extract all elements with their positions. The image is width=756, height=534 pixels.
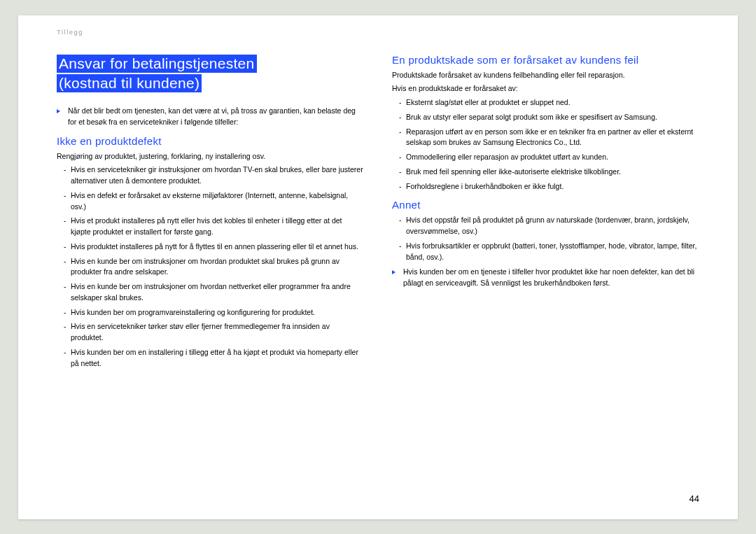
page-number: 44 bbox=[690, 493, 699, 504]
breadcrumb: Tillegg bbox=[57, 28, 83, 36]
list-item: Hvis en defekt er forårsaket av eksterne… bbox=[64, 190, 364, 213]
list-item: Ommodellering eller reparasjon av produk… bbox=[399, 152, 699, 163]
sub-intro-fault-2: Hvis en produktskade er forårsaket av: bbox=[392, 83, 699, 94]
document-page: Tillegg Ansvar for betalingstjenesten (k… bbox=[18, 15, 738, 519]
main-title: Ansvar for betalingstjenesten (kostnad t… bbox=[57, 54, 364, 94]
list-item: Hvis kunden ber om programvareinstalleri… bbox=[64, 307, 364, 318]
list-other: Hvis det oppstår feil på produktet på gr… bbox=[392, 215, 699, 262]
sub-heading-customer-fault: En produktskade som er forårsaket av kun… bbox=[392, 54, 699, 66]
list-item: Hvis forbruksartikler er oppbrukt (batte… bbox=[399, 241, 699, 263]
list-item: Hvis en servicetekniker gir instruksjone… bbox=[64, 164, 364, 187]
closing-note: Hvis kunden ber om en tjeneste i tilfell… bbox=[392, 267, 699, 289]
list-not-defect: Hvis en servicetekniker gir instruksjone… bbox=[57, 164, 364, 369]
list-item: Hvis produktet installeres på nytt for å… bbox=[64, 241, 364, 253]
list-item: Reparasjon utført av en person som ikke … bbox=[399, 127, 699, 149]
list-item: Hvis en kunde ber om instruksjoner om hv… bbox=[64, 256, 364, 279]
list-item: Hvis det oppstår feil på produktet på gr… bbox=[399, 215, 699, 237]
list-item: Forholdsreglene i brukerhåndboken er ikk… bbox=[399, 181, 699, 192]
list-item: Bruk av utstyr eller separat solgt produ… bbox=[399, 112, 699, 123]
sub-intro-not-defect: Rengjøring av produktet, justering, fork… bbox=[57, 151, 364, 162]
list-item: Hvis et produkt installeres på nytt elle… bbox=[64, 216, 364, 238]
list-item: Bruk med feil spenning eller ikke-autori… bbox=[399, 167, 699, 178]
intro-note: Når det blir bedt om tjenesten, kan det … bbox=[57, 106, 364, 128]
list-item: Hvis kunden ber om en installering i til… bbox=[64, 347, 364, 370]
list-item: Eksternt slag/støt eller at produktet er… bbox=[399, 97, 699, 108]
sub-heading-not-defect: Ikke en produktdefekt bbox=[57, 135, 364, 147]
sub-heading-other: Annet bbox=[392, 199, 699, 211]
sub-intro-fault-1: Produktskade forårsaket av kundens feilb… bbox=[392, 70, 699, 81]
left-column: Ansvar for betalingstjenesten (kostnad t… bbox=[57, 54, 364, 373]
title-line-2: (kostnad til kundene) bbox=[57, 74, 202, 92]
list-customer-fault: Eksternt slag/støt eller at produktet er… bbox=[392, 97, 699, 192]
list-item: Hvis en kunde ber om instruksjoner om hv… bbox=[64, 281, 364, 304]
content-columns: Ansvar for betalingstjenesten (kostnad t… bbox=[57, 54, 699, 373]
right-column: En produktskade som er forårsaket av kun… bbox=[392, 54, 699, 373]
list-item: Hvis en servicetekniker tørker støv elle… bbox=[64, 321, 364, 344]
title-line-1: Ansvar for betalingstjenesten bbox=[57, 55, 257, 73]
